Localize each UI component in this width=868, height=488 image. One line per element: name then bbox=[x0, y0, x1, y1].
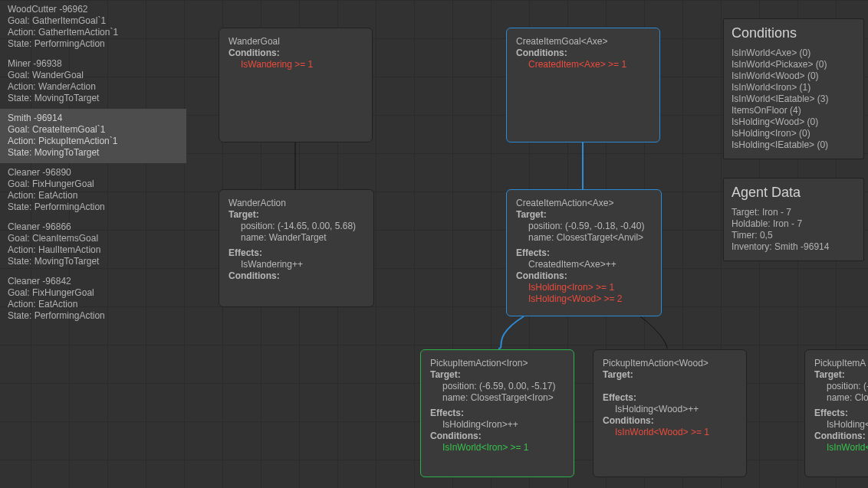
node-section: Effects: bbox=[516, 247, 652, 259]
agent-state: State: PerformingAction bbox=[8, 38, 179, 50]
node-target-line: name: ClosestTarget<Anvil> bbox=[516, 232, 652, 244]
node-title: WanderGoal bbox=[229, 36, 363, 47]
node-effect-line: CreatedItem<Axe>++ bbox=[516, 259, 652, 270]
node-section: Conditions: bbox=[430, 431, 564, 442]
agent-title: Cleaner -96866 bbox=[8, 221, 179, 233]
agent-state: State: PerformingAction bbox=[8, 310, 179, 322]
agent-action: Action: WanderAction bbox=[8, 81, 179, 93]
node-section: Target: bbox=[430, 369, 564, 381]
node-condition: IsHolding<Wood> >= 2 bbox=[516, 293, 652, 305]
node-pickup-wood[interactable]: PickupItemAction<Wood> Target: Effects: … bbox=[593, 349, 747, 477]
node-section: Conditions: bbox=[516, 270, 652, 282]
agent-state: State: PerformingAction bbox=[8, 201, 179, 213]
agent-action: Action: PickupItemAction`1 bbox=[8, 136, 179, 147]
agent-list-item[interactable]: Miner -96938 Goal: WanderGoal Action: Wa… bbox=[0, 54, 186, 109]
node-condition: IsInWorld<Iron> >= 1 bbox=[430, 442, 564, 454]
agent-action: Action: EatAction bbox=[8, 190, 179, 201]
agent-title: WoodCutter -96962 bbox=[8, 4, 179, 15]
agent-data-panel[interactable]: Agent Data Target: Iron - 7 Holdable: Ir… bbox=[723, 178, 864, 261]
node-condition: IsInWorld<Wood> >= 1 bbox=[603, 427, 737, 438]
node-section: Target: bbox=[229, 209, 364, 221]
node-section: Conditions: bbox=[229, 270, 364, 282]
node-section: Conditions: bbox=[603, 415, 737, 427]
condition-row: IsInWorld<Iron> (1) bbox=[732, 82, 856, 93]
agent-action: Action: HaulItemAction bbox=[8, 244, 179, 256]
panel-title: Conditions bbox=[732, 25, 856, 41]
agent-goal: Goal: GatherItemGoal`1 bbox=[8, 15, 179, 27]
node-title: WanderAction bbox=[229, 198, 364, 209]
agent-data-row: Target: Iron - 7 bbox=[732, 207, 856, 218]
agent-data-row: Inventory: Smith -96914 bbox=[732, 241, 856, 253]
agent-action: Action: EatAction bbox=[8, 299, 179, 310]
agent-goal: Goal: CreateItemGoal`1 bbox=[8, 124, 179, 136]
condition-row: IsInWorld<Axe> (0) bbox=[732, 47, 856, 59]
node-create-item-action[interactable]: CreateItemAction<Axe> Target: position: … bbox=[506, 189, 662, 316]
node-section: Effects: bbox=[430, 408, 564, 419]
node-condition: IsHolding<Iron> >= 1 bbox=[516, 282, 652, 293]
node-condition: CreatedItem<Axe> >= 1 bbox=[516, 59, 650, 70]
node-wander-action[interactable]: WanderAction Target: position: (-14.65, … bbox=[219, 189, 374, 307]
node-target-line: position: (- bbox=[814, 381, 868, 392]
condition-row: ItemsOnFloor (4) bbox=[732, 105, 856, 116]
node-target-line: position: (-6.59, 0.00, -5.17) bbox=[430, 381, 564, 392]
node-condition: IsInWorld< bbox=[814, 442, 868, 454]
node-section: Conditions: bbox=[814, 431, 868, 442]
node-section: Target: bbox=[516, 209, 652, 221]
node-create-item-goal[interactable]: CreateItemGoal<Axe> Conditions: CreatedI… bbox=[506, 28, 660, 142]
condition-row: IsHolding<Iron> (0) bbox=[732, 128, 856, 139]
agent-list: WoodCutter -96962 Goal: GatherItemGoal`1… bbox=[0, 0, 186, 326]
panel-title: Agent Data bbox=[732, 185, 856, 201]
node-section: Conditions: bbox=[229, 47, 363, 59]
condition-row: IsHolding<Wood> (0) bbox=[732, 116, 856, 128]
node-title: CreateItemAction<Axe> bbox=[516, 198, 652, 209]
node-title: PickupItemA bbox=[814, 358, 868, 369]
node-wander-goal[interactable]: WanderGoal Conditions: IsWandering >= 1 bbox=[219, 28, 373, 142]
agent-state: State: MovingToTarget bbox=[8, 147, 179, 159]
agent-list-item[interactable]: Smith -96914 Goal: CreateItemGoal`1 Acti… bbox=[0, 109, 186, 163]
conditions-panel[interactable]: Conditions IsInWorld<Axe> (0) IsInWorld<… bbox=[723, 18, 864, 159]
agent-goal: Goal: CleanItemsGoal bbox=[8, 233, 179, 244]
agent-data-row: Holdable: Iron - 7 bbox=[732, 218, 856, 230]
condition-row: IsInWorld<Wood> (0) bbox=[732, 70, 856, 82]
node-pickup-iron[interactable]: PickupItemAction<Iron> Target: position:… bbox=[420, 349, 574, 477]
agent-list-item[interactable]: Cleaner -96890 Goal: FixHungerGoal Actio… bbox=[0, 163, 186, 218]
node-target-line: position: (-0.59, -0.18, -0.40) bbox=[516, 221, 652, 232]
agent-data-row: Timer: 0,5 bbox=[732, 230, 856, 241]
node-effect-line: IsHolding< bbox=[814, 419, 868, 431]
condition-row: IsHolding<IEatable> (0) bbox=[732, 139, 856, 151]
node-section: Target: bbox=[603, 369, 737, 381]
agent-state: State: MovingToTarget bbox=[8, 93, 179, 104]
agent-state: State: MovingToTarget bbox=[8, 256, 179, 267]
condition-row: IsInWorld<IEatable> (3) bbox=[732, 93, 856, 105]
agent-title: Cleaner -96890 bbox=[8, 167, 179, 178]
condition-row: IsInWorld<Pickaxe> (0) bbox=[732, 59, 856, 70]
node-target-line: name: ClosestTarget<Iron> bbox=[430, 392, 564, 404]
agent-goal: Goal: WanderGoal bbox=[8, 70, 179, 81]
agent-list-item[interactable]: Cleaner -96866 Goal: CleanItemsGoal Acti… bbox=[0, 218, 186, 272]
node-pickup-cut[interactable]: PickupItemA Target: position: (- name: C… bbox=[804, 349, 868, 477]
agent-list-item[interactable]: WoodCutter -96962 Goal: GatherItemGoal`1… bbox=[0, 0, 186, 54]
node-target-line: name: WanderTarget bbox=[229, 232, 364, 244]
node-effect-line: IsWandering++ bbox=[229, 259, 364, 270]
node-section: Effects: bbox=[229, 247, 364, 259]
node-title: CreateItemGoal<Axe> bbox=[516, 36, 650, 47]
node-section: Effects: bbox=[603, 392, 737, 404]
agent-title: Miner -96938 bbox=[8, 58, 179, 70]
node-effect-line: IsHolding<Wood>++ bbox=[603, 404, 737, 415]
node-section: Conditions: bbox=[516, 47, 650, 59]
agent-title: Cleaner -96842 bbox=[8, 276, 179, 287]
agent-action: Action: GatherItemAction`1 bbox=[8, 27, 179, 38]
agent-goal: Goal: FixHungerGoal bbox=[8, 287, 179, 299]
node-condition: IsWandering >= 1 bbox=[229, 59, 363, 70]
node-title: PickupItemAction<Wood> bbox=[603, 358, 737, 369]
node-section: Effects: bbox=[814, 408, 868, 419]
agent-goal: Goal: FixHungerGoal bbox=[8, 178, 179, 190]
node-target-line: position: (-14.65, 0.00, 5.68) bbox=[229, 221, 364, 232]
node-title: PickupItemAction<Iron> bbox=[430, 358, 564, 369]
node-effect-line: IsHolding<Iron>++ bbox=[430, 419, 564, 431]
agent-list-item[interactable]: Cleaner -96842 Goal: FixHungerGoal Actio… bbox=[0, 272, 186, 326]
node-target-line: name: Clos bbox=[814, 392, 868, 404]
node-section: Target: bbox=[814, 369, 868, 381]
agent-title: Smith -96914 bbox=[8, 113, 179, 124]
